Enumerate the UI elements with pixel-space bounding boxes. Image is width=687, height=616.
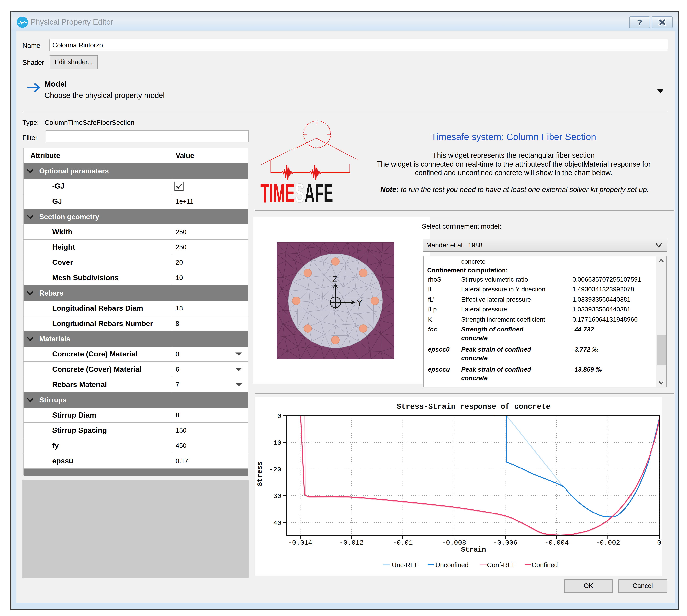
- svg-text:-0.004: -0.004: [544, 539, 568, 547]
- svg-text:Conf-REF: Conf-REF: [487, 561, 516, 569]
- svg-text:-0.008: -0.008: [442, 539, 466, 547]
- svg-text:-10: -10: [269, 439, 281, 447]
- svg-text:-20: -20: [269, 466, 281, 474]
- svg-text:-0.014: -0.014: [288, 539, 312, 547]
- svg-text:-0.012: -0.012: [339, 539, 363, 547]
- svg-text:Unc-REF: Unc-REF: [392, 561, 419, 569]
- svg-text:?: ?: [637, 18, 642, 27]
- svg-text:-40: -40: [269, 520, 281, 527]
- svg-text:Confined: Confined: [532, 561, 558, 569]
- svg-text:Stress: Stress: [256, 461, 264, 486]
- svg-text:0: 0: [277, 412, 281, 420]
- svg-text:Y: Y: [357, 298, 362, 308]
- svg-text:-30: -30: [269, 492, 281, 500]
- svg-text:-0.006: -0.006: [493, 539, 517, 547]
- svg-text:-0.002: -0.002: [596, 539, 620, 547]
- svg-text:Unconfined: Unconfined: [435, 561, 469, 569]
- svg-text:-0.01: -0.01: [393, 539, 413, 547]
- svg-text:Strain: Strain: [461, 546, 486, 554]
- svg-text:Stress-Strain response of conc: Stress-Strain response of concrete: [396, 402, 550, 411]
- svg-text:0: 0: [657, 539, 661, 547]
- svg-text:Z: Z: [332, 274, 338, 284]
